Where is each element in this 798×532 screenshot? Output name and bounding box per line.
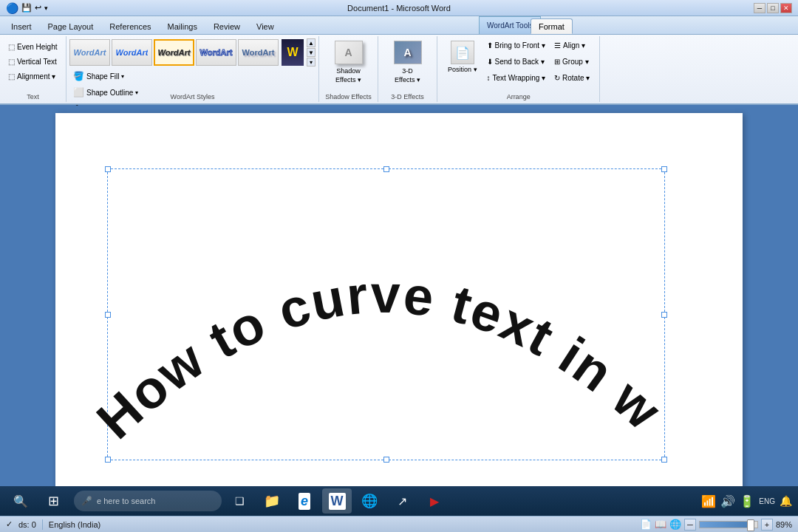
- zoom-out-button[interactable]: ─: [684, 519, 696, 531]
- volume-icon[interactable]: 🔊: [720, 494, 735, 508]
- text-wrapping-icon: ↕: [487, 74, 491, 82]
- wordart-gallery-row: WordArt WordArt WordArt WordArt WordArt …: [69, 38, 316, 66]
- shape-fill-button[interactable]: 🪣 Shape Fill ▾: [69, 69, 316, 83]
- explorer-icon: 📁: [264, 493, 280, 509]
- status-divider: [42, 519, 43, 530]
- quick-access-more[interactable]: ▾: [44, 4, 48, 12]
- threed-effects-label: 3-D Effects: [378, 93, 437, 100]
- zoom-level[interactable]: 89%: [776, 520, 792, 529]
- cursor-app-icon: ↗: [398, 494, 407, 508]
- wordart-style-1[interactable]: WordArt: [69, 39, 110, 66]
- restore-button[interactable]: □: [767, 3, 779, 13]
- wordart-w-button[interactable]: W: [282, 39, 304, 66]
- wordart-scroll-down[interactable]: ▼: [307, 48, 316, 57]
- word-taskbar-icon: W: [329, 493, 346, 510]
- taskbar-search-box[interactable]: 🎤 e here to search: [74, 491, 222, 511]
- taskbar-word[interactable]: W: [322, 488, 352, 514]
- tab-format[interactable]: Format: [531, 18, 573, 34]
- tab-mailings[interactable]: Mailings: [160, 18, 205, 34]
- position-button[interactable]: 📄 Position ▾: [443, 38, 482, 76]
- arrange-section: 📄 Position ▾ ⬆ Bring to Front ▾ ⬇ Send t…: [437, 36, 600, 102]
- vertical-text-button[interactable]: ⬚ Vertical Text: [4, 54, 61, 69]
- status-bar: ✓ ds: 0 English (India) 📄 📖 🌐 ─ + 89%: [0, 516, 798, 532]
- send-to-back-icon: ⬇: [487, 58, 493, 66]
- text-section-label: Text: [0, 93, 66, 100]
- page: How to curve text in word: [55, 113, 743, 497]
- network-icon[interactable]: 📶: [701, 494, 716, 508]
- wordart-style-3[interactable]: WordArt: [154, 39, 194, 66]
- zoom-in-button[interactable]: +: [761, 519, 773, 531]
- minimize-button[interactable]: ─: [754, 3, 765, 13]
- chrome-icon: 🌐: [361, 493, 378, 509]
- arrange-right-column: ⬆ Bring to Front ▾ ⬇ Send to Back ▾ ↕ Te…: [483, 38, 550, 85]
- taskbar-search-text: e here to search: [97, 497, 156, 505]
- shadow-effects-label: Shadow Effects: [319, 93, 378, 100]
- position-icon: 📄: [451, 41, 474, 64]
- threed-effects-section: A 3-D Effects ▾ 3-D Effects: [378, 36, 437, 102]
- threed-icon: A: [394, 41, 422, 64]
- zoom-thumb[interactable]: [747, 519, 754, 531]
- task-view-icon: ❑: [235, 495, 245, 507]
- taskbar-chrome[interactable]: 🌐: [355, 488, 384, 514]
- send-to-back-button[interactable]: ⬇ Send to Back ▾: [483, 54, 550, 69]
- shadow-effects-button[interactable]: A Shadow Effects ▾: [330, 38, 367, 84]
- group-button[interactable]: ⊞ Group ▾: [550, 54, 593, 69]
- quick-access-save[interactable]: 💾: [21, 3, 32, 13]
- wordart-scroll-arrows: ▲ ▼ ▾: [307, 38, 316, 66]
- threed-effects-button[interactable]: A 3-D Effects ▾: [389, 38, 426, 84]
- align-button[interactable]: ☰ Align ▾: [550, 38, 593, 52]
- tab-insert[interactable]: Insert: [3, 18, 40, 34]
- text-wrapping-button[interactable]: ↕ Text Wrapping ▾: [483, 70, 550, 85]
- status-right: 📄 📖 🌐 ─ + 89%: [640, 519, 792, 531]
- even-height-button[interactable]: ⬚ Even Height: [4, 39, 61, 54]
- view-normal-icon[interactable]: 📄: [640, 519, 652, 530]
- word-icon: 🔵: [6, 2, 18, 14]
- group-icon: ⊞: [554, 58, 560, 66]
- zoom-fill: [700, 522, 751, 528]
- taskbar-start[interactable]: ⊞: [38, 488, 68, 514]
- taskbar-edge[interactable]: e: [290, 488, 319, 514]
- search-icon: 🔍: [13, 494, 28, 508]
- taskbar-task-view[interactable]: ❑: [225, 488, 254, 514]
- alignment-button[interactable]: ⬚ Alignment ▾: [4, 69, 61, 83]
- taskbar-microphone-icon: 🎤: [81, 496, 92, 506]
- close-button[interactable]: ✕: [780, 3, 792, 13]
- tab-page-layout[interactable]: Page Layout: [40, 18, 102, 34]
- curved-text-container[interactable]: How to curve text in word: [96, 161, 672, 479]
- quick-access-undo[interactable]: ↩: [35, 3, 41, 13]
- edge-icon: e: [299, 493, 310, 510]
- battery-icon[interactable]: 🔋: [740, 494, 754, 508]
- zoom-slider[interactable]: [699, 521, 758, 528]
- rotate-button[interactable]: ↻ Rotate ▾: [550, 70, 593, 85]
- taskbar-search-btn[interactable]: 🔍: [6, 488, 35, 514]
- wordart-scroll-more[interactable]: ▾: [307, 58, 316, 66]
- tab-references[interactable]: References: [101, 18, 159, 34]
- language-status[interactable]: English (India): [49, 520, 100, 529]
- taskbar-explorer[interactable]: 📁: [257, 488, 287, 514]
- wordart-style-4[interactable]: WordArt: [196, 39, 236, 66]
- ribbon-tab-row: Insert Page Layout References Mailings R…: [0, 16, 798, 35]
- align-icon: ☰: [554, 41, 561, 50]
- wordart-scroll-up[interactable]: ▲: [307, 38, 316, 47]
- tab-review[interactable]: Review: [205, 18, 248, 34]
- wordart-styles-section: WordArt WordArt WordArt WordArt WordArt …: [66, 36, 319, 102]
- view-reading-icon[interactable]: 📖: [655, 519, 666, 530]
- app5-icon: ▶: [430, 494, 439, 508]
- taskbar-app5[interactable]: ▶: [420, 488, 449, 514]
- ribbon: ⬚ Even Height ⬚ Vertical Text ⬚ Alignmen…: [0, 35, 798, 105]
- notification-icon[interactable]: 🔔: [780, 495, 792, 507]
- bring-to-front-button[interactable]: ⬆ Bring to Front ▾: [483, 38, 550, 52]
- wordart-style-2[interactable]: WordArt: [112, 39, 152, 66]
- shadow-effects-section: A Shadow Effects ▾ Shadow Effects: [319, 36, 378, 102]
- title-bar-title: Document1 - Microsoft Word: [347, 4, 451, 13]
- taskbar-cursor-app[interactable]: ↗: [387, 488, 417, 514]
- tab-view[interactable]: View: [248, 18, 282, 34]
- taskbar: 🔍 ⊞ 🎤 e here to search ❑ 📁 e W 🌐 ↗ ▶ 📶 🔊…: [0, 486, 798, 516]
- text-group: ⬚ Even Height ⬚ Vertical Text ⬚ Alignmen…: [0, 36, 66, 102]
- view-web-icon[interactable]: 🌐: [669, 519, 681, 530]
- shape-fill-icon: 🪣: [73, 71, 84, 81]
- wordart-styles-label: WordArt Styles: [66, 93, 318, 100]
- word-count: ds: 0: [18, 520, 36, 529]
- even-height-icon: ⬚: [8, 43, 15, 51]
- wordart-style-5[interactable]: WordArt: [238, 39, 279, 66]
